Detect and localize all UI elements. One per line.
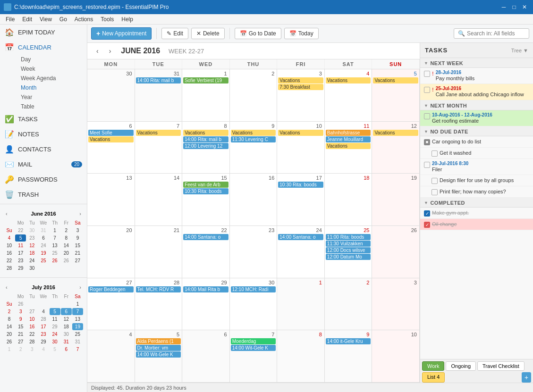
task-tab-travel[interactable]: Travel Checklist (477, 361, 525, 371)
mini-cal-day[interactable]: 6 (61, 308, 72, 315)
mini-cal-day[interactable]: 2 (15, 346, 26, 353)
cal-cell[interactable]: 1Sofie Verbiest (19 (182, 69, 230, 121)
mini-cal-day[interactable]: 7 (50, 234, 60, 242)
cal-event[interactable]: Moederdag (231, 338, 276, 344)
task-checkbox[interactable] (424, 71, 430, 77)
mini-cal-day[interactable]: 19 (72, 323, 83, 330)
mini-cal-day[interactable] (61, 300, 72, 308)
cal-event[interactable]: Vacations (326, 77, 371, 83)
cal-event[interactable]: Tel. MCH: RDV R (136, 286, 181, 292)
mini-cal-july-prev[interactable]: ‹ (4, 284, 9, 291)
cal-cell[interactable]: 14 (135, 174, 183, 225)
cal-event[interactable]: Meet Sofie (88, 130, 134, 136)
cal-event[interactable]: 12:00 Docs wilsve (326, 247, 371, 253)
cal-event[interactable]: Sofie Verbiest (19 (183, 77, 228, 83)
cal-cell[interactable]: 15Feest van de Arb10:30 Rita: boods (182, 174, 230, 225)
cal-cell[interactable]: 2214:00 Santana: o (182, 226, 230, 278)
mini-cal-day[interactable]: 24 (50, 331, 60, 338)
mini-cal-day[interactable]: 15 (15, 323, 26, 330)
cal-cell[interactable]: 3012:10 MCH: Radi (230, 278, 278, 330)
cal-event[interactable]: 10:30 Rita: boods (183, 188, 228, 194)
mini-cal-day[interactable]: 3 (72, 227, 83, 234)
mini-cal-day[interactable]: 9 (15, 316, 26, 323)
sidebar-item-tasks[interactable]: ✅ TASKS (0, 111, 87, 126)
cal-event[interactable]: 14:00 Mail Rita b (183, 286, 228, 292)
task-tab-ongoing[interactable]: Ongoing (446, 361, 476, 371)
mini-cal-day[interactable]: 17 (38, 323, 49, 330)
menu-tools[interactable]: Tools (97, 15, 118, 24)
cal-cell[interactable]: 3Vacations7:30 Breakfast (277, 69, 325, 121)
sidebar-item-calendar[interactable]: 📅 CALENDAR (0, 40, 87, 55)
mini-cal-day[interactable]: 6 (61, 346, 72, 353)
mini-cal-day[interactable]: 27 (72, 257, 83, 264)
cal-event[interactable]: Vacations (278, 77, 323, 83)
mini-cal-day[interactable]: 2 (61, 227, 72, 234)
sidebar-item-contacts[interactable]: 👤 CONTACTS (0, 142, 87, 157)
menu-file[interactable]: File (2, 15, 18, 24)
task-group-next-month[interactable]: ▼ NEXT MONTH (420, 100, 533, 110)
mini-cal-day[interactable]: 11 (50, 316, 60, 323)
mini-cal-day[interactable]: 13 (72, 316, 83, 323)
mini-cal-day[interactable]: 27 (15, 338, 26, 345)
mini-cal-day[interactable] (61, 265, 72, 272)
cal-cell[interactable]: 5Alda Perdaens (1Dr. Mortier: vm14:00 Wi… (135, 330, 183, 382)
cal-cell[interactable]: 2511:00 Rita: boods11:30 Vuilzakken12:00… (325, 226, 372, 278)
cal-event[interactable]: 14:00 it-Gele Kru (326, 338, 371, 344)
mini-cal-day[interactable]: 3 (26, 346, 37, 353)
cal-cell[interactable]: 13 (87, 174, 135, 225)
cal-event[interactable]: Jeanne Mouillard (326, 136, 371, 142)
task-tab-list4[interactable]: List 4 (422, 372, 445, 383)
mini-cal-day[interactable] (26, 300, 37, 308)
mini-cal-day[interactable]: 29 (15, 265, 26, 272)
mini-cal-day[interactable]: 31 (61, 338, 72, 345)
cal-cell[interactable]: 23 (230, 226, 278, 278)
mini-cal-day[interactable]: 8 (4, 316, 15, 323)
cal-cell[interactable]: 18 (325, 174, 372, 225)
mini-cal-day[interactable]: 1 (72, 300, 83, 308)
task-checkbox[interactable]: ■ (424, 139, 430, 145)
mini-cal-day[interactable]: 22 (26, 331, 37, 338)
cal-event[interactable]: Bahnhofstrasse (326, 130, 371, 136)
mini-cal-day[interactable]: 31 (38, 227, 49, 234)
cal-event[interactable]: Vacations (278, 130, 323, 136)
mini-cal-day[interactable]: 1 (50, 227, 60, 234)
mini-cal-day[interactable]: 25 (72, 331, 83, 338)
task-group-no-due-date[interactable]: ▼ NO DUE DATE (420, 126, 533, 136)
task-checkbox[interactable] (424, 87, 430, 93)
mini-cal-day[interactable]: 10 (26, 316, 37, 323)
mini-cal-day[interactable]: 16 (26, 323, 37, 330)
cal-cell[interactable]: 19 (372, 174, 420, 225)
sidebar-item-mail[interactable]: ✉️ MAIL 20 (0, 157, 87, 172)
cal-event[interactable]: Roger Beddegen (88, 286, 134, 292)
cal-event[interactable]: 11:00 Rita: boods (326, 234, 371, 240)
cal-event[interactable]: Dr. Mortier: vm (136, 345, 181, 351)
cal-event[interactable]: 14:00 Rita: mail b (136, 77, 181, 83)
task-checkbox[interactable] (424, 162, 430, 168)
mini-cal-day[interactable]: 7 (72, 308, 83, 315)
cal-cell[interactable]: 8Vacations14:00 Rita: mail b12:00 Leveri… (182, 122, 230, 174)
mini-cal-day[interactable]: 28 (26, 338, 37, 345)
mini-cal-day[interactable]: 20 (61, 250, 72, 257)
mini-cal-day[interactable]: 20 (4, 331, 15, 338)
sidebar-item-notes[interactable]: 📝 NOTES (0, 126, 87, 142)
mini-cal-day[interactable]: 6 (38, 234, 49, 242)
mini-cal-day[interactable]: 2 (4, 308, 15, 315)
cal-event[interactable]: 12:00 Datum Mo (326, 254, 371, 260)
mini-cal-june-prev[interactable]: ‹ (4, 210, 9, 217)
cal-cell[interactable]: 16 (230, 174, 278, 225)
mini-cal-day[interactable]: 30 (50, 338, 60, 345)
minimize-button[interactable]: ─ (499, 2, 508, 12)
mini-cal-day[interactable]: 1 (4, 346, 15, 353)
sidebar-item-passwords[interactable]: 🔑 PASSWORDS (0, 172, 87, 187)
mini-cal-july-next[interactable]: › (77, 284, 83, 291)
cal-cell[interactable]: 2 (230, 69, 278, 121)
sidebar-sub-year[interactable]: Year (17, 92, 87, 102)
menu-help[interactable]: Help (118, 15, 137, 24)
cal-cell[interactable]: 914:00 it-Gele Kru (325, 330, 372, 382)
cal-event[interactable]: Feest van de Arb (183, 182, 228, 188)
sidebar-item-trash[interactable]: 🗑️ TRASH (0, 187, 87, 202)
mini-cal-day[interactable]: 11 (15, 242, 26, 249)
edit-button[interactable]: ✎ Edit (161, 28, 188, 39)
today-button[interactable]: 📅 Today (284, 28, 319, 39)
cal-next-button[interactable]: › (106, 46, 115, 56)
